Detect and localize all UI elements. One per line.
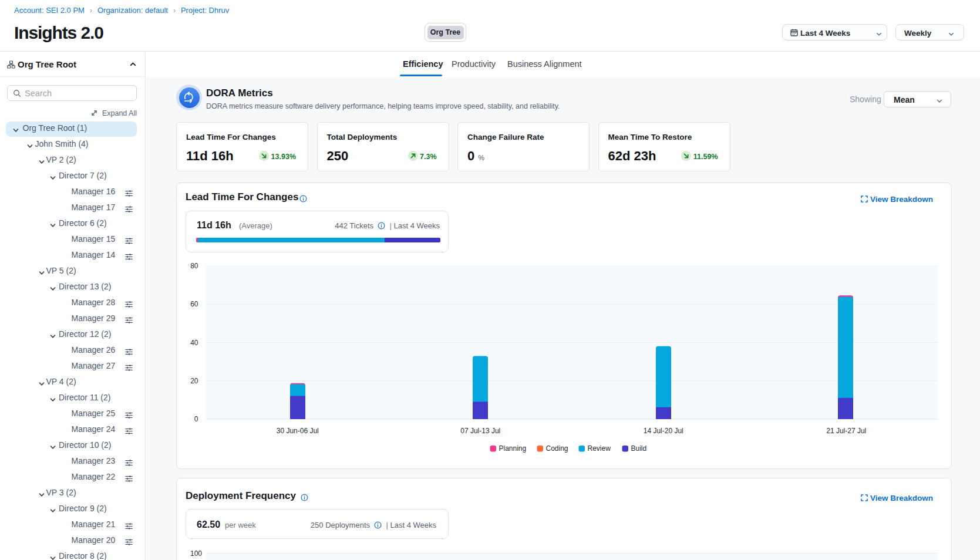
svg-text:0: 0	[194, 415, 198, 423]
svg-text:30 Jun-06 Jul: 30 Jun-06 Jul	[277, 427, 319, 435]
svg-text:21 Jul-27 Jul: 21 Jul-27 Jul	[826, 427, 866, 435]
svg-text:07 Jul-13 Jul: 07 Jul-13 Jul	[460, 427, 500, 435]
svg-text:Review: Review	[588, 444, 611, 453]
svg-text:Build: Build	[631, 444, 647, 453]
svg-text:80: 80	[190, 262, 198, 270]
svg-text:Planning: Planning	[499, 444, 527, 453]
svg-text:Coding: Coding	[546, 444, 568, 453]
svg-text:100: 100	[190, 549, 202, 558]
svg-text:14 Jul-20 Jul: 14 Jul-20 Jul	[644, 427, 683, 435]
svg-text:20: 20	[190, 377, 198, 385]
svg-text:40: 40	[190, 339, 198, 347]
svg-text:60: 60	[190, 300, 198, 308]
